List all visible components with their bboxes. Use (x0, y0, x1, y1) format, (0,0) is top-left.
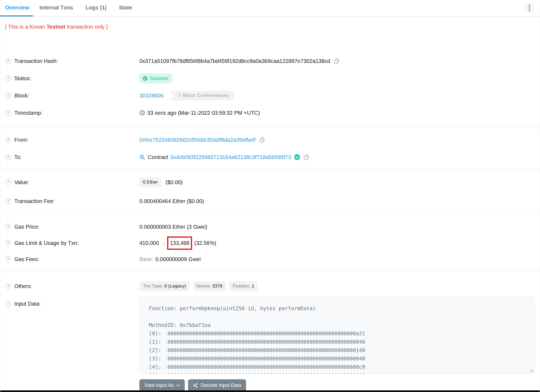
row-status: ? Status: Success (5, 70, 535, 87)
from-label: From: (14, 137, 28, 143)
input-data-buttons: View Input As Decode Input Data (139, 379, 535, 391)
input-blank-line (149, 313, 529, 321)
row-gas-fees: ? Gas Fees: Base: 0.000000009 Gwei (5, 251, 535, 267)
row-gas-limit-usage: ? Gas Limit & Usage by Txn: 410,000 | 13… (5, 235, 535, 251)
gas-used-percent: (32.56%) (194, 240, 216, 246)
transaction-fee-value: 0.000400464 Ether ($0.00) (139, 198, 204, 204)
value-usd: ($0.00) (166, 179, 183, 185)
value-label: Value: (14, 179, 29, 185)
row-from: ? From: 0xfee7522e8482682cf50ddc50a0f8da… (5, 131, 535, 148)
timestamp-label: Timestamp: (14, 110, 42, 116)
block-label: Block: (14, 93, 29, 99)
transaction-hash-label: Transaction Hash: (14, 58, 58, 64)
row-gas-price: ? Gas Price: 0.000000003 Ether (3 Gwei) (5, 219, 535, 235)
tab-state[interactable]: State (113, 0, 138, 16)
row-transaction-fee: ? Transaction Fee: 0.000400464 Ether ($0… (5, 192, 535, 211)
copy-icon[interactable] (259, 137, 265, 143)
help-icon[interactable]: ? (5, 93, 11, 99)
help-icon[interactable]: ? (5, 256, 11, 262)
others-label: Others: (14, 283, 32, 289)
input-word-3: [3]: 00000000000000000000000000000000000… (149, 354, 529, 363)
tab-bar: Overview Internal Txns Logs (1) State (0, 0, 540, 17)
input-word-5: [5]: 00000000000000000000000000000000000… (149, 371, 529, 374)
chevron-down-icon (176, 384, 180, 387)
annotation-highlight-box: 133,488 (167, 236, 192, 250)
gas-price-value: 0.000000003 Ether (3 Gwei) (139, 224, 207, 230)
gas-fees-label: Gas Fees: (14, 256, 39, 262)
gas-price-label: Gas Price: (14, 224, 39, 230)
tab-internal-txns[interactable]: Internal Txns (33, 0, 79, 16)
txn-type-badge: Txn Type:0 (Legacy) (139, 281, 190, 291)
help-icon[interactable]: ? (5, 110, 11, 116)
verified-check-icon (294, 154, 300, 160)
decode-input-data-button[interactable]: Decode Input Data (188, 379, 246, 391)
view-input-as-label: View Input As (144, 383, 174, 388)
notice-bold: Testnet (46, 24, 65, 30)
tab-logs[interactable]: Logs (1) (79, 0, 113, 16)
gas-limit-value: 410,000 (139, 240, 159, 246)
input-word-4: [4]: 00000000000000000000000000000000000… (149, 363, 529, 371)
tab-overview[interactable]: Overview (0, 0, 33, 16)
gas-limit-label: Gas Limit & Usage by Txn: (14, 240, 79, 246)
gas-fees-base-value: 0.000000009 Gwei (155, 256, 201, 262)
zoom-in-icon[interactable] (139, 154, 145, 160)
timestamp-value: 33 secs ago (Mar-11-2022 03:59:32 PM +UT… (147, 110, 260, 116)
help-icon[interactable]: ? (5, 301, 11, 307)
status-label: Status: (14, 75, 31, 82)
input-methodid-line: MethodID: 0x7bbaf1ea (149, 321, 529, 329)
help-icon[interactable]: ? (5, 224, 11, 230)
input-data-label: Input Data: (14, 301, 41, 307)
help-icon[interactable]: ? (5, 75, 11, 81)
row-value: ? Value: 0 Ether ($0.00) (5, 173, 535, 192)
to-address-link[interactable]: 0x4cb093f226983713164a62138c3f718a5b595f… (170, 154, 291, 160)
block-confirmations-badge: 7 Block Confirmations (169, 91, 234, 100)
row-others: ? Others: Txn Type:0 (Legacy) Nonce:3376… (5, 278, 535, 295)
to-contract-prefix: Contract (148, 154, 168, 160)
help-icon[interactable]: ? (5, 58, 11, 64)
decode-input-data-label: Decode Input Data (201, 383, 241, 388)
row-block: ? Block: 30328606 7 Block Confirmations (5, 87, 535, 104)
testnet-notice: [ This is a Kovan Testnet transaction on… (0, 17, 540, 45)
status-badge-text: Success (150, 76, 168, 81)
help-icon[interactable]: ? (5, 198, 11, 204)
gas-fees-base-label: Base: (139, 256, 153, 262)
status-badge: Success (139, 73, 173, 83)
more-options-button[interactable] (525, 3, 534, 12)
value-ether-badge: 0 Ether (139, 177, 161, 187)
notice-prefix: [ This is a Kovan (5, 24, 46, 30)
block-number-link[interactable]: 30328606 (139, 93, 163, 99)
help-icon[interactable]: ? (5, 240, 11, 246)
row-input-data: ? Input Data: Function: performUpkeep(ui… (5, 297, 535, 374)
input-word-2: [2]: 00000000000000000000000000000000000… (149, 346, 529, 354)
section-value: ? Value: 0 Ether ($0.00) ? Transaction F… (0, 170, 540, 214)
bottom-edge-bar (0, 390, 540, 392)
help-icon[interactable]: ? (5, 137, 11, 143)
section-addresses: ? From: 0xfee7522e8482682cf50ddc50a0f8da… (0, 128, 540, 169)
to-label: To: (14, 154, 22, 160)
nonce-badge: Nonce:3376 (193, 281, 226, 291)
input-data-textarea[interactable]: Function: performUpkeep(uint256 id, byte… (139, 297, 535, 374)
check-circle-icon (143, 76, 148, 81)
kebab-menu-icon (529, 5, 530, 11)
transaction-hash-value: 0x371a51097fb78df856f8b4a7bd459f192d8cc8… (139, 58, 330, 64)
resize-handle[interactable] (529, 369, 533, 372)
input-function-line: Function: performUpkeep(uint256 id, byte… (149, 304, 529, 313)
input-word-1: [1]: 00000000000000000000000000000000000… (149, 338, 529, 346)
section-overview-top: ? Transaction Hash: 0x371a51097fb78df856… (0, 45, 540, 127)
copy-icon[interactable] (334, 58, 340, 64)
transaction-page: Overview Internal Txns Logs (1) State [ … (0, 0, 540, 392)
input-word-0: [0]: 00000000000000000000000000000000000… (149, 329, 529, 338)
help-icon[interactable]: ? (5, 179, 11, 185)
copy-icon[interactable] (304, 154, 309, 160)
row-timestamp: ? Timestamp: 33 secs ago (Mar-11-2022 03… (5, 104, 535, 121)
transaction-fee-label: Transaction Fee: (14, 198, 55, 204)
view-input-as-button[interactable]: View Input As (139, 379, 185, 391)
decode-icon (193, 383, 198, 388)
clock-icon (139, 110, 145, 116)
section-others-input: ? Others: Txn Type:0 (Legacy) Nonce:3376… (0, 271, 540, 391)
help-icon[interactable]: ? (5, 283, 11, 289)
help-icon[interactable]: ? (5, 154, 11, 160)
gas-used-value: 133,488 (170, 240, 189, 246)
section-gas: ? Gas Price: 0.000000003 Ether (3 Gwei) … (0, 214, 540, 271)
from-address-link[interactable]: 0xfee7522e8482682cf50ddc50a0f8da2a39effa… (139, 137, 256, 143)
